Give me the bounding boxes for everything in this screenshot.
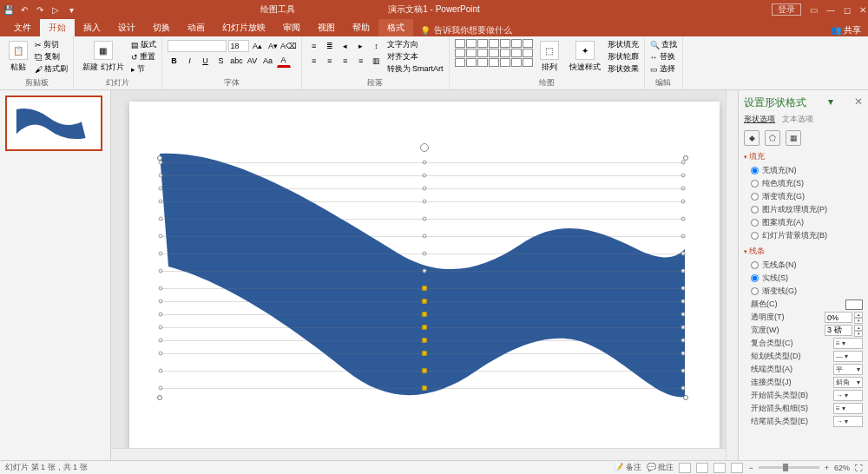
tab-animations[interactable]: 动画 [179, 19, 214, 36]
decrease-font-icon[interactable]: A▾ [266, 39, 280, 53]
slide-thumbnails-pane[interactable]: 1 [0, 90, 111, 460]
tab-help[interactable]: 帮助 [344, 19, 378, 36]
columns-button[interactable]: ▥ [370, 54, 384, 68]
font-color-button[interactable]: A [277, 54, 291, 68]
tab-view[interactable]: 视图 [309, 19, 344, 36]
increase-font-icon[interactable]: A▴ [251, 39, 265, 53]
radio-line-none[interactable] [751, 261, 759, 269]
radio-fill-gradient[interactable] [751, 193, 759, 201]
maximize-icon[interactable]: ◻ [844, 5, 851, 15]
spacing-button[interactable]: AV [246, 54, 260, 68]
tab-transitions[interactable]: 切换 [144, 19, 179, 36]
zoom-in-button[interactable]: + [825, 464, 829, 472]
shadow-button[interactable]: abc [230, 54, 244, 68]
find-button[interactable]: 🔍 查找 [650, 39, 677, 50]
cut-button[interactable]: ✂ 剪切 [35, 39, 68, 50]
minimize-icon[interactable]: — [826, 5, 835, 15]
effects-icon[interactable]: ⬠ [765, 130, 780, 146]
tab-file[interactable]: 文件 [5, 19, 40, 36]
start-slideshow-icon[interactable]: ▷ [50, 4, 61, 15]
slide-thumbnail-1[interactable] [5, 95, 102, 151]
shape-effects-button[interactable]: 形状效果 [608, 63, 639, 75]
rotate-handle-icon[interactable] [420, 143, 429, 152]
change-case-button[interactable]: Aa [261, 54, 275, 68]
radio-line-solid[interactable] [751, 274, 759, 282]
tab-slideshow[interactable]: 幻灯片放映 [214, 19, 274, 36]
horizontal-scrollbar[interactable] [111, 448, 726, 460]
tab-design[interactable]: 设计 [109, 19, 144, 36]
shapes-gallery[interactable] [455, 39, 533, 67]
end-arrow-type-dropdown[interactable]: → ▾ [833, 416, 863, 427]
width-spinner[interactable]: ▴▾ [854, 325, 863, 336]
slide[interactable] [129, 102, 720, 449]
shape-fill-button[interactable]: 形状填充 [608, 39, 639, 50]
bullets-button[interactable]: ≡ [307, 39, 321, 53]
shape-outline-button[interactable]: 形状轮廓 [608, 51, 639, 63]
radio-fill-slidebg[interactable] [751, 232, 759, 240]
align-left-button[interactable]: ≡ [307, 54, 321, 68]
layout-button[interactable]: ▤ 版式 [131, 39, 156, 50]
undo-icon[interactable]: ↶ [19, 4, 30, 15]
pane-menu-icon[interactable]: ▾ [828, 95, 833, 110]
font-size-combo[interactable] [228, 40, 249, 52]
format-painter-button[interactable]: 🖌 格式刷 [35, 63, 68, 75]
align-right-button[interactable]: ≡ [339, 54, 352, 68]
begin-arrow-size-dropdown[interactable]: ≡ ▾ [833, 403, 863, 414]
save-icon[interactable]: 💾 [3, 4, 14, 15]
align-center-button[interactable]: ≡ [323, 54, 337, 68]
radio-fill-picture[interactable] [751, 206, 759, 214]
reading-view-icon[interactable] [713, 463, 726, 473]
size-props-icon[interactable]: ▦ [786, 130, 801, 146]
font-family-combo[interactable] [168, 40, 227, 52]
italic-button[interactable]: I [183, 54, 197, 68]
new-slide-button[interactable]: ▦新建 幻灯片 [79, 39, 128, 75]
tab-insert[interactable]: 插入 [75, 19, 109, 36]
fit-to-window-icon[interactable]: ⛶ [855, 464, 863, 472]
begin-arrow-type-dropdown[interactable]: → ▾ [833, 390, 863, 401]
wave-shape[interactable] [129, 102, 720, 449]
dash-type-dropdown[interactable]: — ▾ [833, 351, 863, 362]
radio-line-gradient[interactable] [751, 287, 759, 295]
paste-button[interactable]: 📋粘贴 [5, 39, 31, 75]
selection-handle[interactable] [157, 395, 162, 400]
pane-tab-shape[interactable]: 形状选项 [744, 114, 775, 125]
line-color-swatch[interactable] [845, 300, 863, 310]
tell-me-search[interactable]: 💡告诉我你想要做什么 [420, 24, 512, 36]
ribbon-display-options-icon[interactable]: ▭ [810, 5, 818, 15]
cap-type-dropdown[interactable]: 平 ▾ [833, 364, 863, 375]
section-button[interactable]: ▸ 节 [131, 63, 156, 75]
normal-view-icon[interactable] [679, 463, 691, 473]
redo-icon[interactable]: ↷ [35, 4, 45, 15]
pane-tab-text[interactable]: 文本选项 [782, 114, 813, 125]
underline-button[interactable]: U [199, 54, 213, 68]
arrange-button[interactable]: ⬚排列 [536, 39, 562, 75]
transparency-spinner[interactable]: ▴▾ [854, 312, 863, 323]
slideshow-view-icon[interactable] [731, 463, 743, 473]
zoom-slider[interactable] [759, 466, 819, 469]
slide-canvas-area[interactable] [111, 90, 738, 460]
align-justify-button[interactable]: ≡ [354, 54, 368, 68]
tab-home[interactable]: 开始 [40, 19, 75, 36]
decrease-indent-button[interactable]: ◂ [339, 39, 352, 53]
quick-styles-button[interactable]: ✦快速样式 [566, 39, 604, 75]
join-type-dropdown[interactable]: 斜角 ▾ [833, 377, 863, 388]
increase-indent-button[interactable]: ▸ [354, 39, 368, 53]
sorter-view-icon[interactable] [696, 463, 708, 473]
bold-button[interactable]: B [168, 54, 181, 68]
radio-fill-solid[interactable] [751, 180, 759, 188]
numbering-button[interactable]: ≣ [323, 39, 337, 53]
tab-review[interactable]: 审阅 [274, 19, 309, 36]
notes-button[interactable]: 📝 备注 [614, 462, 641, 473]
radio-fill-none[interactable] [751, 167, 759, 174]
smartart-button[interactable]: 转换为 SmartArt [387, 63, 444, 75]
copy-button[interactable]: ⿻ 复制 [35, 51, 68, 63]
section-line[interactable]: 线条 [744, 246, 863, 257]
reset-button[interactable]: ↺ 重置 [131, 51, 156, 63]
strike-button[interactable]: S [214, 54, 228, 68]
zoom-out-button[interactable]: − [748, 464, 753, 472]
vertical-scrollbar[interactable] [726, 90, 738, 460]
pane-close-icon[interactable]: ✕ [854, 95, 863, 110]
replace-button[interactable]: ↔ 替换 [650, 51, 677, 63]
line-spacing-button[interactable]: ↕ [370, 39, 384, 53]
width-input[interactable] [825, 325, 852, 336]
